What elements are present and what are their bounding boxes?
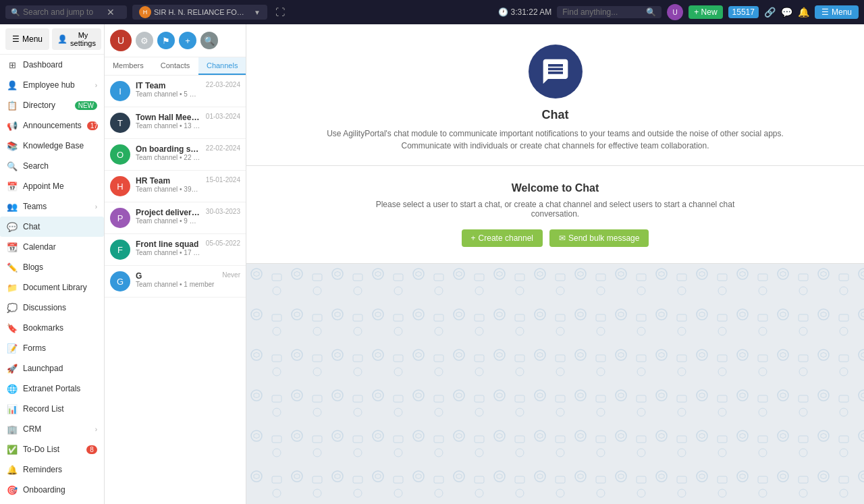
find-input[interactable] <box>562 7 643 17</box>
sidebar-icon-discussions: 💭 <box>7 302 18 313</box>
channel-name-project-delivery: Project delivery Team <box>136 208 200 217</box>
channel-sub-town-hall: Team channel • 13 members <box>136 122 200 130</box>
chat-icon[interactable]: 💬 <box>781 7 792 18</box>
sidebar-settings-button[interactable]: 👤 My settings <box>52 28 101 50</box>
sidebar-item-teams[interactable]: 👥 Teams › <box>0 196 104 217</box>
channel-name-town-hall: Town Hall Meetings <box>136 113 200 122</box>
sidebar-label-reminders: Reminders <box>23 465 97 474</box>
chat-icon-circle <box>529 45 583 99</box>
tab-channels[interactable]: Channels <box>198 57 246 75</box>
channel-avatar-it-team: I <box>110 81 130 101</box>
sidebar-item-launchpad[interactable]: 🚀 Launchpad <box>0 358 104 379</box>
clock-icon: 🕐 <box>498 7 508 17</box>
sidebar-item-crm[interactable]: 🏢 CRM › <box>0 419 104 439</box>
sidebar-icon-bookmarks: 🔖 <box>7 323 18 333</box>
sidebar-item-todo-list[interactable]: ✅ To-Do List 8 <box>0 439 104 459</box>
chevron-right-icon-crm: › <box>95 426 97 433</box>
sidebar-item-ideation-hub[interactable]: 💡 Ideation hub <box>0 500 104 504</box>
channel-item-onboarding-hr[interactable]: O On boarding space for HR Membe Team ch… <box>105 139 246 171</box>
gear-icon[interactable]: ⚙ <box>136 32 153 49</box>
sidebar-item-employee-hub[interactable]: 👤 Employee hub › <box>0 75 104 95</box>
sidebar-item-document-library[interactable]: 📁 Document Library <box>0 277 104 298</box>
create-channel-button[interactable]: + Create channel <box>462 229 543 247</box>
sidebar-menu-button[interactable]: ☰ Menu <box>5 28 49 50</box>
search-icon-panel[interactable]: 🔍 <box>200 32 218 49</box>
sidebar-icon-extranet-portals: 🌐 <box>7 383 18 394</box>
chevron-right-icon-employee-hub: › <box>95 82 97 89</box>
channel-info-hr-team: HR Team Team channel • 3992 members <box>136 176 200 193</box>
channel-item-project-delivery[interactable]: P Project delivery Team Team channel • 9… <box>105 202 246 234</box>
sidebar-item-record-list[interactable]: 📊 Record List <box>0 399 104 419</box>
channel-info-g: G Team channel • 1 member <box>136 271 217 288</box>
channel-item-it-team[interactable]: I IT Team Team channel • 5 members 22-03… <box>105 76 246 107</box>
sidebar-label-search: Search <box>23 161 97 171</box>
sidebar-label-todo-list: To-Do List <box>23 445 81 454</box>
welcome-action-buttons: + Create channel ✉ Send bulk message <box>462 229 649 247</box>
sidebar-label-forms: Forms <box>23 343 97 353</box>
channel-name-onboarding-hr: On boarding space for HR Membe <box>136 144 200 154</box>
sidebar-item-chat[interactable]: 💬 Chat <box>0 217 104 237</box>
app-layout: ☰ Menu 👤 My settings ⊞ Dashboard 👤 Emplo… <box>0 24 864 504</box>
plus-create-icon: + <box>471 233 476 243</box>
sidebar-label-crm: CRM <box>23 424 90 434</box>
sidebar-badge-todo-list: 8 <box>86 445 97 454</box>
find-anything-box[interactable]: 🔍 <box>557 6 662 18</box>
sidebar-item-bookmarks[interactable]: 🔖 Bookmarks <box>0 318 104 338</box>
channel-info-onboarding-hr: On boarding space for HR Membe Team chan… <box>136 144 200 161</box>
fullscreen-icon[interactable]: ⛶ <box>275 7 285 18</box>
channel-item-hr-team[interactable]: H HR Team Team channel • 3992 members 15… <box>105 171 246 202</box>
sidebar-item-onboarding[interactable]: 🎯 Onboarding <box>0 480 104 500</box>
sidebar-icon-forms: 📝 <box>7 343 18 354</box>
svg-rect-3 <box>246 264 864 504</box>
topbar-action-icons: 🔗 💬 🔔 <box>764 7 809 18</box>
sidebar-item-dashboard[interactable]: ⊞ Dashboard <box>0 55 104 75</box>
channel-sub-project-delivery: Team channel • 9 members <box>136 217 200 225</box>
menu-button[interactable]: ☰ Menu <box>815 5 859 19</box>
tab-members[interactable]: Members <box>105 57 152 75</box>
search-icon: 🔍 <box>11 8 20 17</box>
sidebar-label-record-list: Record List <box>23 404 97 414</box>
channel-avatar-town-hall: T <box>110 113 130 133</box>
sidebar-item-announcements[interactable]: 📢 Announcements 17 <box>0 115 104 136</box>
topbar: 🔍 ✕ H SIR H. N. RELIANCE FOUNDATION HOSP… <box>0 0 864 24</box>
bell-icon[interactable]: 🔔 <box>798 7 809 18</box>
link-icon[interactable]: 🔗 <box>764 7 776 18</box>
org-selector[interactable]: H SIR H. N. RELIANCE FOUNDATION HOSPI...… <box>132 5 267 20</box>
sidebar-icon-document-library: 📁 <box>7 282 18 293</box>
topbar-search-box[interactable]: 🔍 ✕ <box>5 5 127 19</box>
chat-tabs: Members Contacts Channels <box>105 57 246 76</box>
sidebar-item-blogs[interactable]: ✏️ Blogs <box>0 257 104 277</box>
sidebar-item-extranet-portals[interactable]: 🌐 Extranet Portals <box>0 379 104 399</box>
sidebar-item-appoint-me[interactable]: 📅 Appoint Me <box>0 176 104 196</box>
avatar[interactable]: U <box>667 4 683 20</box>
tab-contacts[interactable]: Contacts <box>152 57 199 75</box>
sidebar-item-search[interactable]: 🔍 Search <box>0 156 104 176</box>
plus-icon[interactable]: + <box>179 32 196 49</box>
sidebar-label-discussions: Discussions <box>23 303 97 312</box>
sidebar-icon-chat: 💬 <box>7 221 18 232</box>
channel-item-g[interactable]: G G Team channel • 1 member Never <box>105 266 246 298</box>
flag-icon[interactable]: ⚑ <box>157 32 175 49</box>
send-bulk-message-button[interactable]: ✉ Send bulk message <box>549 229 649 247</box>
channel-sub-hr-team: Team channel • 3992 members <box>136 186 200 193</box>
sidebar-label-teams: Teams <box>23 202 90 211</box>
notification-badge[interactable]: 15517 <box>728 6 759 18</box>
new-button[interactable]: + New <box>688 5 722 19</box>
sidebar-item-forms[interactable]: 📝 Forms <box>0 338 104 358</box>
sidebar-icon-announcements: 📢 <box>7 120 18 131</box>
sidebar-item-reminders[interactable]: 🔔 Reminders <box>0 459 104 480</box>
sidebar-item-calendar[interactable]: 📆 Calendar <box>0 237 104 257</box>
topbar-search-input[interactable] <box>23 7 104 17</box>
sidebar-item-knowledge-base[interactable]: 📚 Knowledge Base <box>0 136 104 156</box>
channel-sub-onboarding-hr: Team channel • 22 members <box>136 154 200 161</box>
sidebar-label-dashboard: Dashboard <box>23 60 97 69</box>
find-search-icon[interactable]: 🔍 <box>646 7 656 17</box>
sidebar-item-discussions[interactable]: 💭 Discussions <box>0 298 104 318</box>
channel-item-front-line[interactable]: F Front line squad Team channel • 17 mem… <box>105 234 246 266</box>
clock-display: 🕐 3:31:22 AM <box>498 7 552 17</box>
channel-avatar-onboarding-hr: O <box>110 144 130 165</box>
close-icon[interactable]: ✕ <box>107 7 115 18</box>
sidebar-icon-reminders: 🔔 <box>7 464 18 475</box>
channel-item-town-hall[interactable]: T Town Hall Meetings Team channel • 13 m… <box>105 107 246 139</box>
sidebar-item-directory[interactable]: 📋 Directory NEW <box>0 95 104 115</box>
